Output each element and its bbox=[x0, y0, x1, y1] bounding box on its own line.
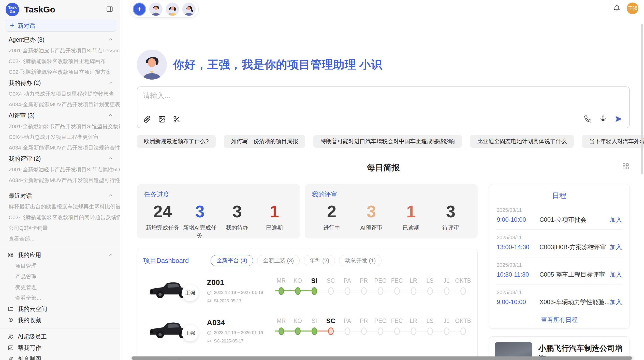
app-logo-line1: Task bbox=[8, 5, 17, 9]
milestone-label: LR bbox=[405, 276, 422, 286]
sidebar-collapse-button[interactable] bbox=[106, 6, 113, 13]
sidebar-app-item[interactable]: 变更管理 bbox=[0, 282, 120, 293]
join-meeting-link[interactable]: 加入 bbox=[610, 298, 622, 306]
milestone-label: J1 bbox=[438, 316, 455, 326]
sidebar-item[interactable]: Z001-全新燃油轻卡产品开发项目SI节点属性5D文件评审 bbox=[0, 164, 120, 175]
sidebar-header: Task Go TaskGo bbox=[0, 0, 120, 16]
project-row[interactable]: 王强 A034 2023-12-19 ~ 2026-01-19 bbox=[143, 312, 471, 350]
sidebar-group-header[interactable]: Agent已办 (3) bbox=[0, 34, 120, 45]
project-media: 王强 bbox=[143, 312, 207, 350]
view-all-schedule-link[interactable]: 查看所有日程 bbox=[497, 316, 622, 324]
dashboard-filter-chip[interactable]: 全新平台 (4) bbox=[211, 255, 253, 266]
sidebar-group-header[interactable]: 我的评审 (2) bbox=[0, 153, 120, 164]
milestone-node bbox=[460, 327, 466, 335]
sidebar-item[interactable]: Z001-全新燃油皮卡产品开发项目SI节点Lesson Learn报告 bbox=[0, 45, 120, 56]
sidebar-item[interactable]: C0X4-动力总成开发项目SI里程碑提交物检查 bbox=[0, 88, 120, 99]
vertical-scrollbar-thumb[interactable] bbox=[641, 24, 643, 174]
project-row[interactable]: 王强 Z001 2023-12-19 ~ 2027-01-19 bbox=[143, 272, 471, 310]
milestone-track: MRKOSISCPAPRPECFECLRLSJ1OKTB bbox=[273, 316, 471, 346]
sidebar-item[interactable]: 查看全部... bbox=[0, 233, 120, 244]
stat-value: 1 bbox=[391, 202, 431, 221]
milestone-node bbox=[394, 327, 400, 335]
sidebar-app-item[interactable]: 查看全部... bbox=[0, 293, 120, 303]
join-meeting-link[interactable]: 加入 bbox=[610, 243, 622, 251]
join-meeting-link[interactable]: 加入 bbox=[610, 216, 622, 224]
event-title: C001-立项审批会 bbox=[539, 216, 610, 224]
sidebar-item-cloud-space[interactable]: 我的云空间 bbox=[0, 303, 120, 314]
sidebar-item[interactable]: 解释最新出台的欧盟报废车法规再生塑料比例被调至15%... bbox=[0, 201, 120, 212]
dashboard-filter-chip[interactable]: 动总开发 (1) bbox=[339, 255, 382, 266]
horizontal-scrollbar-thumb[interactable] bbox=[131, 356, 632, 360]
sidebar-item[interactable]: A034-全新新能源MUV产品开发项目造型可行性评审 bbox=[0, 175, 120, 186]
suggestion-chip[interactable]: 特朗普可能对进口汽车增税会对中国车企造成哪些影响 bbox=[313, 135, 462, 148]
dashboard-filter-chip[interactable]: 全新上装 (3) bbox=[257, 255, 300, 266]
milestone: J1 bbox=[438, 276, 455, 295]
stat-item: 3AI预评审 bbox=[352, 202, 391, 232]
sidebar-item[interactable]: A034-全新新能源MUV产品开发项目计划变更表编写 bbox=[0, 99, 120, 110]
suggestion-chip[interactable]: 比亚迪全固态电池计划具体说了什么 bbox=[470, 135, 574, 148]
project-flag: SC-2025-05-17 bbox=[214, 339, 243, 344]
dashboard-filter-chip[interactable]: 年型 (2) bbox=[304, 255, 335, 266]
sidebar-item-help-write[interactable]: 帮我写作 bbox=[0, 342, 120, 353]
agent-avatar[interactable] bbox=[166, 3, 179, 16]
join-meeting-link[interactable]: 加入 bbox=[610, 271, 622, 279]
plus-icon bbox=[136, 6, 143, 13]
voice-call-button[interactable] bbox=[584, 115, 592, 124]
chat-input[interactable] bbox=[143, 91, 624, 106]
milestone-node bbox=[345, 327, 350, 335]
panel-toggle-icon bbox=[106, 6, 113, 13]
sidebar-divider bbox=[0, 247, 120, 247]
task-progress-stats: 24新增完成任务3新增AI完成任务3我的待办1已逾期 bbox=[144, 202, 293, 239]
milestone: OKTB bbox=[455, 316, 471, 335]
sidebar-item[interactable]: 公司Q3轻卡销量 bbox=[0, 223, 120, 233]
sidebar-group-header[interactable]: AI评审 (3) bbox=[0, 110, 120, 121]
agent-avatar[interactable] bbox=[149, 3, 163, 16]
sidebar-group-header[interactable]: 我的待办 (2) bbox=[0, 77, 120, 88]
snippet-button[interactable] bbox=[173, 115, 181, 124]
suggestion-chip[interactable]: 欧洲新规最近颁布了什么? bbox=[137, 135, 216, 148]
sidebar-group-header[interactable]: 最近对话 bbox=[0, 190, 120, 201]
sidebar-item-favorites[interactable]: 我的收藏 bbox=[0, 314, 120, 326]
project-owner-badge: 王强 bbox=[182, 325, 199, 341]
composer-send-tools bbox=[584, 115, 623, 124]
composer-attach-tools bbox=[143, 115, 181, 124]
clock-icon bbox=[207, 331, 212, 335]
sidebar-item[interactable]: Z001-全新燃油轻卡产品开发项目SI造型提交物评审 bbox=[0, 121, 120, 132]
sidebar-item-ai-employee[interactable]: AI超级员工 bbox=[0, 331, 120, 342]
sidebar-app-item[interactable]: 产品管理 bbox=[0, 271, 120, 282]
sidebar-item-my-apps[interactable]: 我的应用 bbox=[0, 249, 120, 261]
event-date: 2025/03/11 bbox=[497, 207, 622, 213]
sidebar-item[interactable]: C0X4-动力总成开发项目工程变更评审 bbox=[0, 132, 120, 142]
insert-image-button[interactable] bbox=[158, 115, 166, 124]
notifications-button[interactable] bbox=[613, 4, 621, 13]
milestone-node bbox=[361, 327, 367, 335]
agent-avatar[interactable] bbox=[182, 3, 196, 16]
layout-toggle-button[interactable] bbox=[622, 163, 629, 171]
sidebar-item[interactable]: C02-飞腾新能源轻客改款项目立项汇报方案 bbox=[0, 67, 120, 77]
sidebar-divider bbox=[0, 328, 120, 328]
sidebar-item[interactable]: C02-飞腾新能源轻客改款项目的闭环通告反馈情况 bbox=[0, 212, 120, 223]
sidebar-app-item[interactable]: 项目管理 bbox=[0, 261, 120, 271]
milestone-label: FEC bbox=[389, 276, 405, 286]
sidebar-item-creative-draw[interactable]: 创意制图 bbox=[0, 353, 120, 360]
milestone-label: PA bbox=[339, 276, 356, 286]
suggestion-chip[interactable]: 如何写一份清晰的项目周报 bbox=[224, 135, 305, 148]
new-chat-button[interactable]: + 新对话 bbox=[6, 20, 116, 32]
milestone-node bbox=[444, 287, 449, 295]
attach-file-button[interactable] bbox=[143, 115, 151, 124]
chevron-up-icon bbox=[108, 252, 113, 258]
add-agent-button[interactable] bbox=[133, 3, 146, 16]
project-date-range-row: 2023-12-19 ~ 2027-01-19 bbox=[207, 290, 273, 295]
sidebar-item[interactable]: A034-全新新能源MUV产品开发项目法规符合性评审 bbox=[0, 142, 120, 153]
user-avatar[interactable]: 王强 bbox=[627, 3, 638, 14]
my-review-title: 我的评审 bbox=[312, 190, 471, 199]
project-flag-row: SI-2025-05-17 bbox=[207, 298, 273, 304]
sidebar-item[interactable]: C02-飞腾新能源轻客改款项目里程碑画布 bbox=[0, 56, 120, 67]
milestone: PA bbox=[339, 276, 356, 295]
stat-value: 1 bbox=[256, 202, 293, 221]
project-owner-badge: 王强 bbox=[182, 284, 199, 301]
milestone: LS bbox=[422, 316, 438, 335]
suggestion-chip[interactable]: 当下年轻人对汽车外观有怎样的喜好趋势 bbox=[582, 135, 644, 148]
send-button[interactable] bbox=[614, 115, 623, 124]
microphone-button[interactable] bbox=[599, 115, 607, 124]
